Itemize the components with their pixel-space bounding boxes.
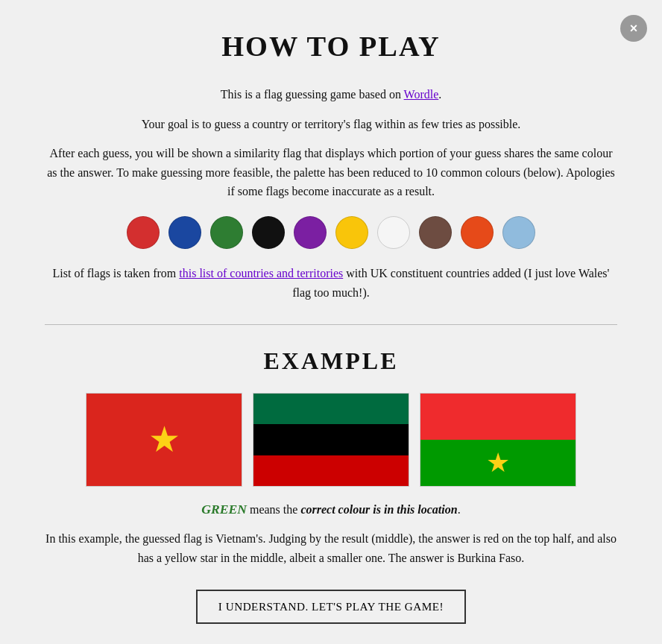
section-divider	[45, 324, 617, 325]
flag-burkina-faso: ★	[420, 393, 576, 487]
stripe-green-top	[253, 394, 409, 424]
color-light-blue	[502, 216, 535, 249]
color-brown	[419, 216, 452, 249]
color-black	[252, 216, 285, 249]
list-note: List of flags is taken from this list of…	[45, 264, 617, 302]
burkina-stripe-green: ★	[420, 440, 576, 486]
vietnam-star: ★	[148, 422, 180, 458]
page-title: HOW TO PLAY	[45, 30, 617, 63]
color-yellow	[335, 216, 368, 249]
explanation-text: In this example, the guessed flag is Vie…	[45, 529, 617, 567]
color-purple	[294, 216, 327, 249]
color-white	[377, 216, 410, 249]
green-word: GREEN	[201, 502, 247, 517]
intro-line3: After each guess, you will be shown a si…	[45, 144, 617, 201]
similarity-star: ★	[318, 425, 344, 455]
countries-list-link[interactable]: this list of countries and territories	[179, 267, 343, 280]
close-icon: ×	[630, 21, 638, 37]
intro-line2: Your goal is to guess a country or terri…	[45, 115, 617, 134]
flag-similarity: ★	[253, 393, 409, 487]
color-blue	[168, 216, 201, 249]
color-orange	[461, 216, 494, 249]
color-palette	[45, 216, 617, 249]
color-red	[127, 216, 160, 249]
stripe-black-mid: ★	[253, 424, 409, 455]
flag-vietnam: ★	[86, 393, 242, 487]
green-desc-bold: correct colour is in this location	[300, 503, 457, 516]
color-green	[210, 216, 243, 249]
understand-button[interactable]: I UNDERSTAND. LET'S PLAY THE GAME!	[196, 590, 466, 624]
burkina-stripe-red	[420, 394, 576, 440]
flags-row: ★ ★ ★	[45, 393, 617, 487]
green-label: GREEN means the correct colour is in thi…	[45, 502, 617, 517]
intro-line1: This is a flag guessing game based on Wo…	[45, 85, 617, 104]
close-button[interactable]: ×	[620, 15, 647, 42]
stripe-red-bot	[253, 455, 409, 486]
how-to-play-modal: × HOW TO PLAY This is a flag guessing ga…	[0, 0, 662, 644]
example-title: EXAMPLE	[45, 347, 617, 375]
intro-section: This is a flag guessing game based on Wo…	[45, 85, 617, 201]
burkina-star: ★	[486, 449, 510, 476]
wordle-link[interactable]: Wordle	[404, 88, 439, 101]
